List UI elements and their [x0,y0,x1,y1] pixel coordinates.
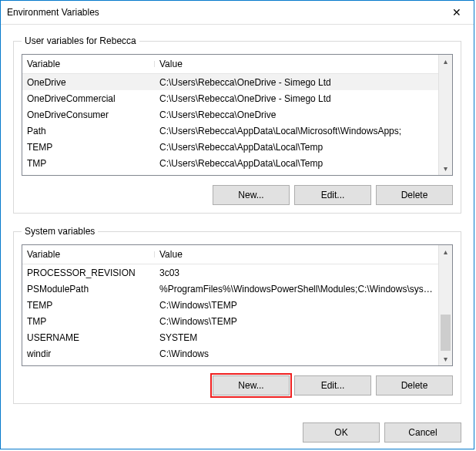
scroll-down-icon[interactable]: ▾ [439,352,452,365]
user-list-header[interactable]: Variable Value [22,55,439,74]
cell-value: C:\Users\Rebecca\OneDrive [155,109,439,120]
cell-variable: TMP [22,158,155,169]
scroll-thumb[interactable] [441,315,451,350]
cell-variable: TEMP [22,142,155,153]
cell-value: C:\Users\Rebecca\OneDrive - Simego Ltd [155,77,439,88]
close-button[interactable]: ✕ [439,1,474,24]
cell-variable: Path [22,126,155,136]
cell-value: C:\Users\Rebecca\AppData\Local\Temp [155,158,439,169]
user-edit-button[interactable]: Edit... [294,185,371,205]
ok-button[interactable]: OK [303,422,380,443]
scroll-down-icon[interactable]: ▾ [439,162,452,175]
column-header-value[interactable]: Value [155,249,439,260]
cell-value: C:\Users\Rebecca\AppData\Local\Temp [155,142,439,153]
system-delete-button[interactable]: Delete [376,375,453,395]
cell-variable: TEMP [22,300,155,311]
cell-variable: OneDriveCommercial [22,93,155,104]
cell-variable: OneDrive [22,77,155,88]
table-row[interactable]: TMPC:\Users\Rebecca\AppData\Local\Temp [22,155,439,171]
system-variables-legend: System variables [22,226,98,237]
table-row[interactable]: PROCESSOR_REVISION3c03 [22,264,439,281]
cell-value: SYSTEM [155,332,439,343]
cell-variable: PSModulePath [22,284,155,294]
cell-variable: PROCESSOR_REVISION [22,268,155,278]
cell-value: C:\Users\Rebecca\OneDrive - Simego Ltd [155,93,439,104]
cell-value: C:\Windows\TEMP [155,316,439,327]
column-header-variable[interactable]: Variable [22,59,155,69]
system-edit-button[interactable]: Edit... [294,375,371,395]
column-header-variable[interactable]: Variable [22,249,155,260]
user-buttons-row: New... Edit... Delete [22,185,453,205]
table-row[interactable]: TMPC:\Windows\TEMP [22,313,439,329]
table-row[interactable]: TEMPC:\Windows\TEMP [22,297,439,313]
table-row[interactable]: windirC:\Windows [22,345,439,362]
cell-value: C:\Users\Rebecca\AppData\Local\Microsoft… [155,126,439,136]
cell-variable: USERNAME [22,332,155,343]
table-row[interactable]: PathC:\Users\Rebecca\AppData\Local\Micro… [22,123,439,139]
table-row[interactable]: USERNAMESYSTEM [22,329,439,345]
table-row[interactable]: TEMPC:\Users\Rebecca\AppData\Local\Temp [22,139,439,155]
user-delete-button[interactable]: Delete [376,185,453,205]
cell-value: C:\Windows [155,348,439,359]
cell-variable: TMP [22,316,155,327]
cell-value: 3c03 [155,268,439,278]
close-icon: ✕ [452,6,461,19]
environment-variables-window: Environment Variables ✕ User variables f… [0,0,474,449]
dialog-buttons-row: OK Cancel [1,416,474,451]
column-header-value[interactable]: Value [155,59,439,69]
window-title: Environment Variables [1,7,439,18]
cell-value: %ProgramFiles%\WindowsPowerShell\Modules… [155,284,439,294]
system-list-header[interactable]: Variable Value [22,245,439,264]
system-new-button[interactable]: New... [213,375,290,395]
system-buttons-row: New... Edit... Delete [22,375,453,395]
user-variables-list[interactable]: Variable Value OneDriveC:\Users\Rebecca\… [22,54,453,176]
user-variables-legend: User variables for Rebecca [22,35,139,46]
scroll-up-icon[interactable]: ▴ [439,55,452,68]
system-variables-list[interactable]: Variable Value PROCESSOR_REVISION3c03PSM… [22,244,453,366]
table-row[interactable]: PSModulePath%ProgramFiles%\WindowsPowerS… [22,281,439,297]
user-variables-group: User variables for Rebecca Variable Valu… [13,35,461,214]
cell-variable: windir [22,348,155,359]
table-row[interactable]: OneDriveConsumerC:\Users\Rebecca\OneDriv… [22,106,439,123]
cancel-button[interactable]: Cancel [384,422,461,443]
scroll-up-icon[interactable]: ▴ [439,245,452,258]
title-bar[interactable]: Environment Variables ✕ [1,1,474,25]
user-new-button[interactable]: New... [213,185,290,205]
table-row[interactable]: OneDriveC:\Users\Rebecca\OneDrive - Sime… [22,74,439,90]
user-list-scrollbar[interactable]: ▴ ▾ [438,55,452,175]
table-row[interactable]: OneDriveCommercialC:\Users\Rebecca\OneDr… [22,90,439,106]
system-list-scrollbar[interactable]: ▴ ▾ [438,245,452,365]
cell-variable: OneDriveConsumer [22,109,155,120]
cell-value: C:\Windows\TEMP [155,300,439,311]
system-variables-group: System variables Variable Value PROCESSO… [13,226,461,404]
client-area: User variables for Rebecca Variable Valu… [1,25,474,404]
